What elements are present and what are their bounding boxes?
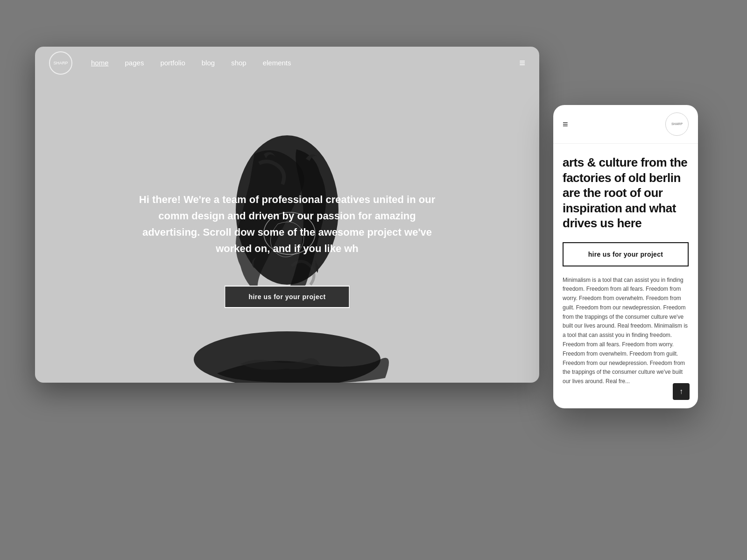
nav-links: home pages portfolio blog shop elements <box>91 59 291 67</box>
desktop-cta-button[interactable]: hire us for your project <box>224 286 350 308</box>
nav-item-elements[interactable]: elements <box>263 59 291 67</box>
mobile-mockup: ≡ SHARP arts & culture from the factorie… <box>553 105 698 408</box>
browser-mockup: SHARP home pages portfolio blog shop <box>35 47 539 383</box>
nav-item-blog[interactable]: blog <box>202 59 215 67</box>
mobile-heading: arts & culture from the factories of old… <box>563 155 689 231</box>
mobile-body-text: Minimalism is a tool that can assist you… <box>563 276 689 387</box>
hamburger-icon[interactable]: ≡ <box>519 57 525 69</box>
mobile-content[interactable]: arts & culture from the factories of old… <box>553 144 698 408</box>
desktop-nav: SHARP home pages portfolio blog shop <box>35 47 539 79</box>
nav-item-shop[interactable]: shop <box>231 59 247 67</box>
mobile-logo[interactable]: SHARP <box>665 112 689 136</box>
hero-body-text: Hi there! We're a team of professional c… <box>128 191 446 257</box>
nav-item-portfolio[interactable]: portfolio <box>160 59 185 67</box>
mobile-nav: ≡ SHARP <box>553 105 698 144</box>
nav-item-home[interactable]: home <box>91 59 109 67</box>
nav-logo[interactable]: SHARP <box>49 51 72 75</box>
nav-item-pages[interactable]: pages <box>125 59 144 67</box>
mobile-hamburger-icon[interactable]: ≡ <box>563 119 568 130</box>
desktop-background: SHARP home pages portfolio blog shop <box>0 0 747 560</box>
scroll-to-top-button[interactable]: ↑ <box>673 383 690 400</box>
mobile-cta-button[interactable]: hire us for your project <box>563 242 689 266</box>
